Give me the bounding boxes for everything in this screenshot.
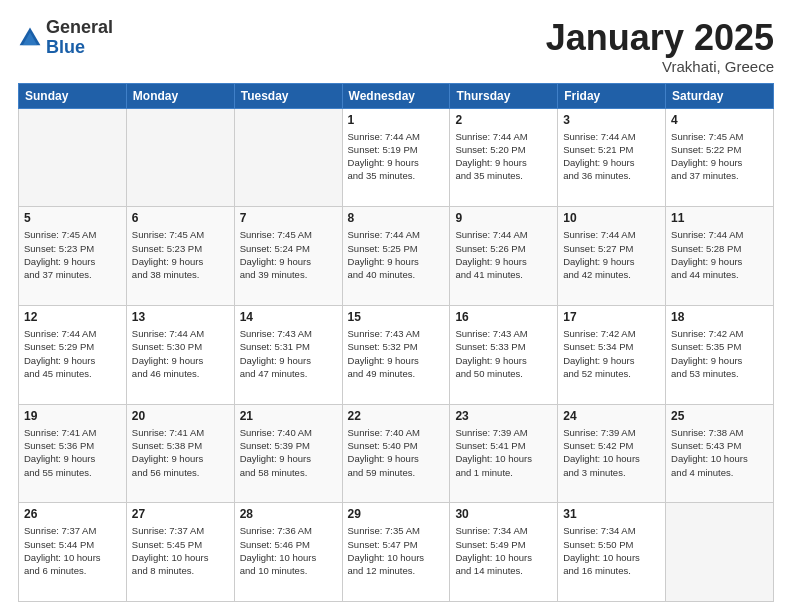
day-info: Sunrise: 7:39 AM Sunset: 5:42 PM Dayligh… [563,426,660,479]
calendar-day: 24Sunrise: 7:39 AM Sunset: 5:42 PM Dayli… [558,404,666,503]
day-number: 1 [348,113,445,127]
calendar-day: 28Sunrise: 7:36 AM Sunset: 5:46 PM Dayli… [234,503,342,602]
header: General Blue January 2025 Vrakhati, Gree… [18,18,774,75]
calendar-header-thursday: Thursday [450,83,558,108]
calendar-location: Vrakhati, Greece [546,58,774,75]
day-info: Sunrise: 7:44 AM Sunset: 5:30 PM Dayligh… [132,327,229,380]
day-info: Sunrise: 7:45 AM Sunset: 5:23 PM Dayligh… [24,228,121,281]
calendar-day: 22Sunrise: 7:40 AM Sunset: 5:40 PM Dayli… [342,404,450,503]
calendar-day: 13Sunrise: 7:44 AM Sunset: 5:30 PM Dayli… [126,305,234,404]
day-info: Sunrise: 7:34 AM Sunset: 5:49 PM Dayligh… [455,524,552,577]
day-number: 5 [24,211,121,225]
day-number: 28 [240,507,337,521]
calendar-day: 19Sunrise: 7:41 AM Sunset: 5:36 PM Dayli… [19,404,127,503]
calendar-table: SundayMondayTuesdayWednesdayThursdayFrid… [18,83,774,602]
calendar-day [666,503,774,602]
day-info: Sunrise: 7:42 AM Sunset: 5:34 PM Dayligh… [563,327,660,380]
day-number: 3 [563,113,660,127]
calendar-header-friday: Friday [558,83,666,108]
day-info: Sunrise: 7:44 AM Sunset: 5:25 PM Dayligh… [348,228,445,281]
day-info: Sunrise: 7:37 AM Sunset: 5:45 PM Dayligh… [132,524,229,577]
day-info: Sunrise: 7:43 AM Sunset: 5:33 PM Dayligh… [455,327,552,380]
calendar-day: 11Sunrise: 7:44 AM Sunset: 5:28 PM Dayli… [666,207,774,306]
calendar-day: 23Sunrise: 7:39 AM Sunset: 5:41 PM Dayli… [450,404,558,503]
calendar-day: 25Sunrise: 7:38 AM Sunset: 5:43 PM Dayli… [666,404,774,503]
day-info: Sunrise: 7:40 AM Sunset: 5:40 PM Dayligh… [348,426,445,479]
calendar-week-4: 26Sunrise: 7:37 AM Sunset: 5:44 PM Dayli… [19,503,774,602]
day-number: 14 [240,310,337,324]
day-info: Sunrise: 7:44 AM Sunset: 5:20 PM Dayligh… [455,130,552,183]
day-info: Sunrise: 7:44 AM Sunset: 5:28 PM Dayligh… [671,228,768,281]
day-number: 23 [455,409,552,423]
day-info: Sunrise: 7:35 AM Sunset: 5:47 PM Dayligh… [348,524,445,577]
day-info: Sunrise: 7:44 AM Sunset: 5:21 PM Dayligh… [563,130,660,183]
calendar-header-sunday: Sunday [19,83,127,108]
day-info: Sunrise: 7:43 AM Sunset: 5:32 PM Dayligh… [348,327,445,380]
day-info: Sunrise: 7:44 AM Sunset: 5:26 PM Dayligh… [455,228,552,281]
logo: General Blue [18,18,113,58]
calendar-day: 8Sunrise: 7:44 AM Sunset: 5:25 PM Daylig… [342,207,450,306]
day-info: Sunrise: 7:44 AM Sunset: 5:29 PM Dayligh… [24,327,121,380]
day-info: Sunrise: 7:41 AM Sunset: 5:36 PM Dayligh… [24,426,121,479]
day-info: Sunrise: 7:41 AM Sunset: 5:38 PM Dayligh… [132,426,229,479]
day-info: Sunrise: 7:44 AM Sunset: 5:27 PM Dayligh… [563,228,660,281]
day-info: Sunrise: 7:37 AM Sunset: 5:44 PM Dayligh… [24,524,121,577]
day-info: Sunrise: 7:34 AM Sunset: 5:50 PM Dayligh… [563,524,660,577]
day-info: Sunrise: 7:45 AM Sunset: 5:23 PM Dayligh… [132,228,229,281]
calendar-day: 27Sunrise: 7:37 AM Sunset: 5:45 PM Dayli… [126,503,234,602]
calendar-day: 30Sunrise: 7:34 AM Sunset: 5:49 PM Dayli… [450,503,558,602]
calendar-day: 15Sunrise: 7:43 AM Sunset: 5:32 PM Dayli… [342,305,450,404]
calendar-day: 16Sunrise: 7:43 AM Sunset: 5:33 PM Dayli… [450,305,558,404]
logo-blue-text: Blue [46,37,85,57]
calendar-day: 2Sunrise: 7:44 AM Sunset: 5:20 PM Daylig… [450,108,558,207]
day-number: 4 [671,113,768,127]
day-number: 8 [348,211,445,225]
day-number: 7 [240,211,337,225]
day-number: 10 [563,211,660,225]
day-info: Sunrise: 7:40 AM Sunset: 5:39 PM Dayligh… [240,426,337,479]
calendar-week-2: 12Sunrise: 7:44 AM Sunset: 5:29 PM Dayli… [19,305,774,404]
day-info: Sunrise: 7:45 AM Sunset: 5:24 PM Dayligh… [240,228,337,281]
page: General Blue January 2025 Vrakhati, Gree… [0,0,792,612]
calendar-week-1: 5Sunrise: 7:45 AM Sunset: 5:23 PM Daylig… [19,207,774,306]
calendar-day: 5Sunrise: 7:45 AM Sunset: 5:23 PM Daylig… [19,207,127,306]
day-number: 9 [455,211,552,225]
calendar-day: 20Sunrise: 7:41 AM Sunset: 5:38 PM Dayli… [126,404,234,503]
day-info: Sunrise: 7:39 AM Sunset: 5:41 PM Dayligh… [455,426,552,479]
day-number: 11 [671,211,768,225]
day-number: 12 [24,310,121,324]
calendar-week-0: 1Sunrise: 7:44 AM Sunset: 5:19 PM Daylig… [19,108,774,207]
day-number: 22 [348,409,445,423]
calendar-title: January 2025 [546,18,774,58]
calendar-header-monday: Monday [126,83,234,108]
day-number: 24 [563,409,660,423]
calendar-day: 10Sunrise: 7:44 AM Sunset: 5:27 PM Dayli… [558,207,666,306]
day-info: Sunrise: 7:45 AM Sunset: 5:22 PM Dayligh… [671,130,768,183]
day-number: 18 [671,310,768,324]
calendar-day: 17Sunrise: 7:42 AM Sunset: 5:34 PM Dayli… [558,305,666,404]
day-number: 2 [455,113,552,127]
calendar-day: 12Sunrise: 7:44 AM Sunset: 5:29 PM Dayli… [19,305,127,404]
calendar-day: 14Sunrise: 7:43 AM Sunset: 5:31 PM Dayli… [234,305,342,404]
day-number: 25 [671,409,768,423]
day-number: 17 [563,310,660,324]
day-info: Sunrise: 7:38 AM Sunset: 5:43 PM Dayligh… [671,426,768,479]
day-number: 16 [455,310,552,324]
day-number: 29 [348,507,445,521]
day-number: 15 [348,310,445,324]
calendar-day: 29Sunrise: 7:35 AM Sunset: 5:47 PM Dayli… [342,503,450,602]
calendar-day: 6Sunrise: 7:45 AM Sunset: 5:23 PM Daylig… [126,207,234,306]
day-number: 26 [24,507,121,521]
day-number: 21 [240,409,337,423]
day-number: 20 [132,409,229,423]
calendar-day: 3Sunrise: 7:44 AM Sunset: 5:21 PM Daylig… [558,108,666,207]
day-number: 13 [132,310,229,324]
day-info: Sunrise: 7:44 AM Sunset: 5:19 PM Dayligh… [348,130,445,183]
day-number: 30 [455,507,552,521]
day-number: 31 [563,507,660,521]
day-info: Sunrise: 7:42 AM Sunset: 5:35 PM Dayligh… [671,327,768,380]
calendar-day: 1Sunrise: 7:44 AM Sunset: 5:19 PM Daylig… [342,108,450,207]
calendar-header-tuesday: Tuesday [234,83,342,108]
calendar-header-row: SundayMondayTuesdayWednesdayThursdayFrid… [19,83,774,108]
day-number: 27 [132,507,229,521]
